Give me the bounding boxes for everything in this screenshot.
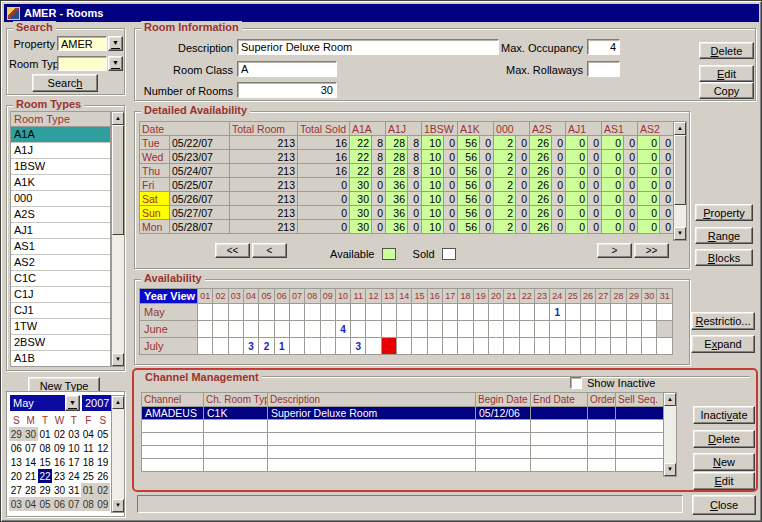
availability-day-cell[interactable]	[611, 321, 626, 338]
availability-day-cell[interactable]	[657, 338, 673, 355]
pager-last-button[interactable]: >>	[634, 243, 669, 258]
availability-day-cell[interactable]	[351, 321, 366, 338]
pager-prev-button[interactable]: <	[252, 243, 287, 258]
scroll-up-icon[interactable]	[664, 393, 676, 406]
availability-day-cell[interactable]	[550, 338, 565, 355]
room-type-item[interactable]: A1J	[11, 143, 110, 159]
calendar-day[interactable]: 12	[96, 441, 110, 455]
availability-day-cell[interactable]	[565, 321, 580, 338]
room-type-item[interactable]: CJ1	[11, 303, 110, 319]
availability-day-cell[interactable]	[366, 304, 381, 321]
title-bar[interactable]: AMER - Rooms	[4, 4, 759, 22]
availability-day-cell[interactable]	[274, 321, 289, 338]
channel-empty-row[interactable]	[142, 420, 664, 433]
scrollbar-track[interactable]	[112, 409, 124, 499]
availability-day-cell[interactable]	[565, 338, 580, 355]
calendar-day[interactable]: 27	[9, 483, 23, 497]
availability-day-cell[interactable]	[626, 321, 641, 338]
availability-day-cell[interactable]	[519, 321, 534, 338]
channel-row[interactable]: AMADEUSC1KSuperior Deluxe Room05/12/06	[142, 407, 664, 420]
calendar-day[interactable]: 28	[23, 483, 37, 497]
calendar-day[interactable]: 02	[96, 483, 110, 497]
range-button[interactable]: Range	[695, 227, 753, 244]
channel-empty-row[interactable]	[142, 459, 664, 472]
availability-day-cell[interactable]	[580, 321, 595, 338]
availability-day-cell[interactable]	[213, 338, 228, 355]
availability-day-cell[interactable]	[228, 304, 243, 321]
calendar-day[interactable]: 26	[96, 469, 110, 483]
calendar-day[interactable]: 11	[81, 441, 95, 455]
availability-day-cell[interactable]	[657, 321, 673, 338]
scrollbar-track[interactable]	[674, 205, 686, 227]
room-type-item[interactable]: A1K	[11, 175, 110, 191]
scroll-down-icon[interactable]	[112, 353, 124, 366]
availability-day-cell[interactable]	[243, 321, 258, 338]
availability-day-cell[interactable]	[320, 321, 335, 338]
availability-day-cell[interactable]	[381, 338, 396, 355]
availability-day-cell[interactable]	[443, 338, 458, 355]
calendar-day[interactable]: 20	[9, 469, 23, 483]
availability-day-cell[interactable]: 3	[243, 338, 258, 355]
availability-day-cell[interactable]	[596, 304, 611, 321]
availability-day-cell[interactable]	[243, 304, 258, 321]
calendar-day[interactable]: 07	[23, 441, 37, 455]
calendar-day[interactable]: 23	[52, 469, 66, 483]
availability-day-cell[interactable]	[412, 304, 427, 321]
calendar-day[interactable]: 25	[81, 469, 95, 483]
property-dropdown-button[interactable]	[108, 36, 123, 51]
restrictions-button[interactable]: Restrictio...	[691, 312, 755, 330]
calendar-day[interactable]: 04	[81, 427, 95, 441]
availability-day-cell[interactable]	[611, 338, 626, 355]
calendar-day[interactable]: 31	[67, 483, 81, 497]
scroll-up-icon[interactable]	[112, 112, 124, 125]
room-type-item[interactable]: A2S	[11, 207, 110, 223]
availability-day-cell[interactable]	[335, 304, 350, 321]
scroll-down-icon[interactable]	[112, 499, 124, 512]
availability-day-cell[interactable]	[488, 304, 503, 321]
calendar-day[interactable]: 14	[23, 455, 37, 469]
availability-day-cell[interactable]	[366, 321, 381, 338]
availability-day-cell[interactable]	[642, 338, 657, 355]
edit-channel-button[interactable]: Edit	[693, 472, 755, 490]
room-type-item[interactable]: AS2	[11, 255, 110, 271]
availability-day-cell[interactable]	[534, 338, 549, 355]
property-input[interactable]	[57, 36, 107, 51]
calendar-day[interactable]: 07	[67, 497, 81, 511]
availability-day-cell[interactable]	[642, 321, 657, 338]
calendar-day[interactable]: 29	[38, 483, 52, 497]
close-button[interactable]: Close	[692, 495, 756, 515]
calendar-month-select[interactable]: May	[10, 395, 65, 411]
calendar-day[interactable]: 04	[23, 497, 37, 511]
scrollbar-thumb[interactable]	[112, 125, 124, 235]
room-type-item[interactable]: A1B	[11, 351, 110, 367]
show-inactive-checkbox[interactable]	[570, 377, 582, 389]
availability-day-cell[interactable]	[473, 338, 488, 355]
availability-day-cell[interactable]: 3	[351, 338, 366, 355]
availability-day-cell[interactable]	[213, 304, 228, 321]
scroll-down-icon[interactable]	[674, 227, 686, 240]
room-type-item[interactable]: AJ1	[11, 223, 110, 239]
calendar-day[interactable]: 06	[52, 497, 66, 511]
availability-day-cell[interactable]	[642, 304, 657, 321]
max-occupancy-input[interactable]	[587, 39, 620, 55]
calendar-day[interactable]: 03	[67, 427, 81, 441]
room-type-item[interactable]: 1BSW	[11, 159, 110, 175]
availability-day-cell[interactable]	[443, 321, 458, 338]
availability-day-cell[interactable]	[320, 338, 335, 355]
availability-day-cell[interactable]	[289, 321, 304, 338]
availability-day-cell[interactable]	[320, 304, 335, 321]
calendar-day[interactable]: 01	[38, 427, 52, 441]
availability-day-cell[interactable]	[366, 338, 381, 355]
room-type-item[interactable]: A1A	[11, 127, 110, 143]
availability-day-cell[interactable]: 4	[335, 321, 350, 338]
scroll-up-icon[interactable]	[112, 396, 124, 409]
availability-day-cell[interactable]	[534, 304, 549, 321]
availability-day-cell[interactable]	[381, 304, 396, 321]
delete-room-button[interactable]: Delete	[699, 42, 754, 59]
availability-day-cell[interactable]	[458, 304, 473, 321]
availability-day-cell[interactable]	[289, 338, 304, 355]
scrollbar-thumb[interactable]	[674, 135, 686, 205]
calendar-day[interactable]: 10	[67, 441, 81, 455]
availability-day-cell[interactable]	[550, 321, 565, 338]
calendar-day[interactable]: 09	[52, 441, 66, 455]
